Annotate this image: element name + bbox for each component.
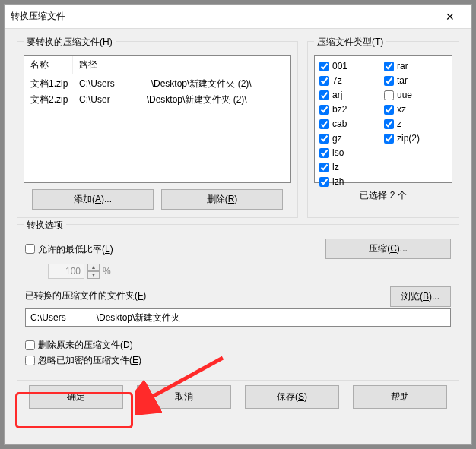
type-uue[interactable]: uue: [384, 88, 447, 102]
add-button[interactable]: 添加(A)...: [32, 189, 154, 210]
files-listview[interactable]: 名称 路径 文档1.zipC:\Users\Desktop\新建文件夹 (2)\…: [24, 55, 291, 183]
table-row[interactable]: 文档1.zipC:\Users\Desktop\新建文件夹 (2)\: [24, 76, 290, 92]
ratio-spinner[interactable]: ▲ ▼ %: [48, 264, 451, 279]
type-lzh[interactable]: lzh: [319, 175, 382, 188]
spin-down-icon: ▼: [87, 271, 100, 279]
compress-button[interactable]: 压缩(C)...: [325, 239, 451, 259]
type-iso[interactable]: iso: [319, 146, 382, 160]
table-row[interactable]: 文档2.zipC:\User\Desktop\新建文件夹 (2)\: [24, 92, 290, 108]
spinner-buttons: ▲ ▼: [87, 264, 100, 279]
browse-button[interactable]: 浏览(B)...: [390, 286, 451, 307]
close-button[interactable]: ✕: [435, 5, 465, 28]
files-group: 要转换的压缩文件(H) 名称 路径 文档1.zipC:\Users\Deskto…: [17, 41, 298, 218]
ok-button[interactable]: 确定: [29, 385, 123, 409]
type-7z[interactable]: 7z: [319, 74, 382, 87]
percent-label: %: [103, 266, 111, 277]
type-zip(2)[interactable]: zip(2): [384, 131, 447, 145]
files-legend: 要转换的压缩文件(H): [24, 36, 116, 49]
type-gz[interactable]: gz: [319, 131, 382, 145]
type-xz[interactable]: xz: [384, 103, 447, 116]
folder-input[interactable]: [25, 308, 451, 327]
allow-ratio-checkbox[interactable]: 允许的最低比率(L): [25, 242, 113, 256]
options-legend: 转换选项: [24, 219, 66, 232]
type-lz[interactable]: lz: [319, 160, 382, 174]
type-z[interactable]: z: [384, 117, 447, 131]
col-name[interactable]: 名称: [24, 56, 73, 74]
save-button[interactable]: 保存(S): [245, 385, 339, 409]
options-group: 转换选项 允许的最低比率(L) 压缩(C)... ▲ ▼ % 已转换的压缩文件的…: [17, 224, 459, 381]
folder-label: 已转换的压缩文件的文件夹(F): [25, 289, 146, 302]
types-legend: 压缩文件类型(T): [314, 36, 386, 49]
ratio-input: [48, 264, 84, 279]
delete-orig-checkbox[interactable]: 删除原来的压缩文件(D): [25, 337, 451, 353]
help-button[interactable]: 帮助: [353, 385, 447, 409]
list-header: 名称 路径: [24, 56, 290, 74]
types-group: 压缩文件类型(T) 001 7z arj bz2 cab gz iso lz l…: [307, 41, 459, 218]
ignore-encrypted-checkbox[interactable]: 忽略已加密的压缩文件(E): [25, 353, 451, 368]
type-cab[interactable]: cab: [319, 117, 382, 131]
delete-button[interactable]: 删除(R): [161, 189, 283, 210]
type-arj[interactable]: arj: [319, 88, 382, 102]
types-list: 001 7z arj bz2 cab gz iso lz lzh rar tar…: [314, 55, 452, 183]
type-001[interactable]: 001: [319, 59, 382, 73]
cancel-button[interactable]: 取消: [137, 385, 231, 409]
spin-up-icon: ▲: [87, 264, 100, 271]
type-rar[interactable]: rar: [384, 59, 447, 73]
selected-count: 已选择 2 个: [314, 189, 452, 202]
dialog-window: 转换压缩文件 ✕ 要转换的压缩文件(H) 名称 路径 文档1.zipC:\Use…: [4, 4, 472, 445]
window-title: 转换压缩文件: [11, 10, 435, 23]
type-tar[interactable]: tar: [384, 74, 447, 87]
titlebar: 转换压缩文件 ✕: [5, 5, 471, 29]
col-path[interactable]: 路径: [73, 56, 290, 74]
type-bz2[interactable]: bz2: [319, 103, 382, 116]
